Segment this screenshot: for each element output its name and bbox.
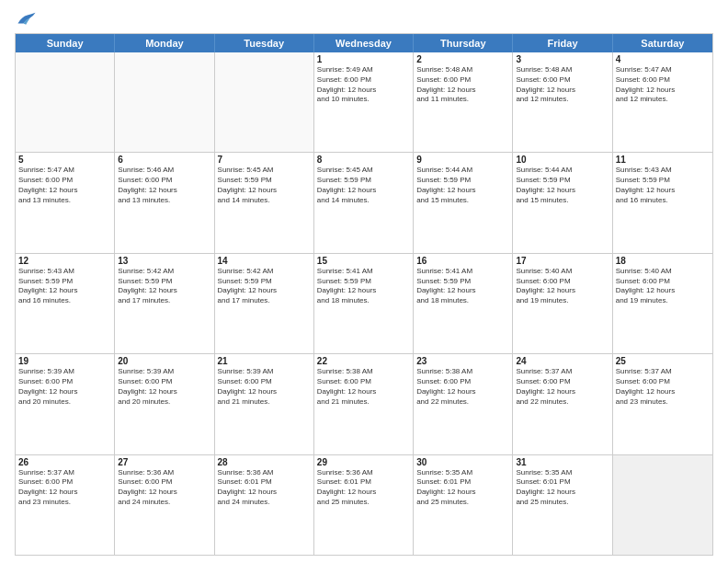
empty-cell xyxy=(613,455,712,555)
day-number: 20 xyxy=(118,356,210,366)
day-number: 29 xyxy=(317,457,410,467)
day-cell-21: 21Sunrise: 5:39 AM Sunset: 6:00 PM Dayli… xyxy=(215,354,314,454)
calendar-body: 1Sunrise: 5:49 AM Sunset: 6:00 PM Daylig… xyxy=(16,52,712,555)
calendar-header: SundayMondayTuesdayWednesdayThursdayFrid… xyxy=(16,34,712,52)
day-number: 4 xyxy=(616,54,710,64)
day-info: Sunrise: 5:37 AM Sunset: 6:00 PM Dayligh… xyxy=(616,367,710,407)
weekday-header-sunday: Sunday xyxy=(16,34,115,52)
day-number: 31 xyxy=(516,457,609,467)
day-number: 11 xyxy=(616,155,710,165)
day-cell-14: 14Sunrise: 5:42 AM Sunset: 5:59 PM Dayli… xyxy=(215,254,314,353)
day-number: 5 xyxy=(18,155,111,165)
day-number: 9 xyxy=(416,155,509,165)
day-number: 2 xyxy=(416,54,509,64)
day-info: Sunrise: 5:49 AM Sunset: 6:00 PM Dayligh… xyxy=(317,65,410,105)
day-number: 13 xyxy=(118,256,210,266)
day-info: Sunrise: 5:39 AM Sunset: 6:00 PM Dayligh… xyxy=(218,367,311,407)
day-number: 18 xyxy=(616,256,710,266)
weekday-header-wednesday: Wednesday xyxy=(314,34,414,52)
day-info: Sunrise: 5:41 AM Sunset: 5:59 PM Dayligh… xyxy=(317,267,410,306)
day-cell-25: 25Sunrise: 5:37 AM Sunset: 6:00 PM Dayli… xyxy=(613,354,712,454)
day-number: 14 xyxy=(218,256,311,266)
day-number: 12 xyxy=(18,256,111,266)
day-cell-15: 15Sunrise: 5:41 AM Sunset: 5:59 PM Dayli… xyxy=(314,254,414,353)
day-number: 28 xyxy=(218,457,311,467)
day-cell-18: 18Sunrise: 5:40 AM Sunset: 6:00 PM Dayli… xyxy=(613,254,712,353)
day-info: Sunrise: 5:44 AM Sunset: 5:59 PM Dayligh… xyxy=(416,166,509,205)
calendar-row-1: 1Sunrise: 5:49 AM Sunset: 6:00 PM Daylig… xyxy=(16,52,712,152)
day-number: 24 xyxy=(516,356,609,366)
day-info: Sunrise: 5:46 AM Sunset: 6:00 PM Dayligh… xyxy=(118,166,210,205)
day-cell-12: 12Sunrise: 5:43 AM Sunset: 5:59 PM Dayli… xyxy=(16,254,115,353)
day-cell-2: 2Sunrise: 5:48 AM Sunset: 6:00 PM Daylig… xyxy=(414,52,513,152)
day-cell-22: 22Sunrise: 5:38 AM Sunset: 6:00 PM Dayli… xyxy=(314,354,414,454)
weekday-header-monday: Monday xyxy=(115,34,214,52)
day-cell-11: 11Sunrise: 5:43 AM Sunset: 5:59 PM Dayli… xyxy=(613,153,712,252)
day-info: Sunrise: 5:36 AM Sunset: 6:01 PM Dayligh… xyxy=(218,468,311,508)
day-info: Sunrise: 5:48 AM Sunset: 6:00 PM Dayligh… xyxy=(516,65,609,105)
header xyxy=(15,11,713,28)
day-number: 1 xyxy=(317,54,410,64)
day-number: 10 xyxy=(516,155,609,165)
day-info: Sunrise: 5:36 AM Sunset: 6:00 PM Dayligh… xyxy=(118,468,210,508)
day-number: 19 xyxy=(18,356,111,366)
day-number: 6 xyxy=(118,155,210,165)
day-info: Sunrise: 5:40 AM Sunset: 6:00 PM Dayligh… xyxy=(616,267,710,306)
day-info: Sunrise: 5:42 AM Sunset: 5:59 PM Dayligh… xyxy=(118,267,210,306)
day-cell-29: 29Sunrise: 5:36 AM Sunset: 6:01 PM Dayli… xyxy=(314,455,414,555)
day-cell-5: 5Sunrise: 5:47 AM Sunset: 6:00 PM Daylig… xyxy=(16,153,115,252)
day-info: Sunrise: 5:44 AM Sunset: 5:59 PM Dayligh… xyxy=(516,166,609,205)
calendar-row-4: 19Sunrise: 5:39 AM Sunset: 6:00 PM Dayli… xyxy=(16,353,712,454)
day-cell-19: 19Sunrise: 5:39 AM Sunset: 6:00 PM Dayli… xyxy=(16,354,115,454)
day-info: Sunrise: 5:47 AM Sunset: 6:00 PM Dayligh… xyxy=(18,166,111,205)
logo-bird-icon xyxy=(17,11,37,28)
calendar: SundayMondayTuesdayWednesdayThursdayFrid… xyxy=(15,33,713,556)
day-cell-8: 8Sunrise: 5:45 AM Sunset: 5:59 PM Daylig… xyxy=(314,153,414,252)
day-info: Sunrise: 5:39 AM Sunset: 6:00 PM Dayligh… xyxy=(118,367,210,407)
day-info: Sunrise: 5:39 AM Sunset: 6:00 PM Dayligh… xyxy=(18,367,111,407)
weekday-header-saturday: Saturday xyxy=(613,34,712,52)
day-cell-31: 31Sunrise: 5:35 AM Sunset: 6:01 PM Dayli… xyxy=(513,455,612,555)
day-number: 27 xyxy=(118,457,210,467)
day-info: Sunrise: 5:42 AM Sunset: 5:59 PM Dayligh… xyxy=(218,267,311,306)
logo xyxy=(15,11,37,28)
day-number: 22 xyxy=(317,356,410,366)
day-info: Sunrise: 5:38 AM Sunset: 6:00 PM Dayligh… xyxy=(317,367,410,407)
day-cell-30: 30Sunrise: 5:35 AM Sunset: 6:01 PM Dayli… xyxy=(414,455,513,555)
day-number: 23 xyxy=(416,356,509,366)
weekday-header-friday: Friday xyxy=(513,34,612,52)
day-number: 26 xyxy=(18,457,111,467)
day-cell-23: 23Sunrise: 5:38 AM Sunset: 6:00 PM Dayli… xyxy=(414,354,513,454)
day-info: Sunrise: 5:35 AM Sunset: 6:01 PM Dayligh… xyxy=(416,468,509,508)
day-cell-1: 1Sunrise: 5:49 AM Sunset: 6:00 PM Daylig… xyxy=(314,52,414,152)
day-cell-26: 26Sunrise: 5:37 AM Sunset: 6:00 PM Dayli… xyxy=(16,455,115,555)
day-number: 3 xyxy=(516,54,609,64)
day-cell-10: 10Sunrise: 5:44 AM Sunset: 5:59 PM Dayli… xyxy=(513,153,612,252)
day-cell-27: 27Sunrise: 5:36 AM Sunset: 6:00 PM Dayli… xyxy=(115,455,214,555)
day-cell-9: 9Sunrise: 5:44 AM Sunset: 5:59 PM Daylig… xyxy=(414,153,513,252)
day-number: 21 xyxy=(218,356,311,366)
weekday-header-thursday: Thursday xyxy=(414,34,513,52)
empty-cell xyxy=(115,52,214,152)
day-info: Sunrise: 5:35 AM Sunset: 6:01 PM Dayligh… xyxy=(516,468,609,508)
day-number: 16 xyxy=(416,256,509,266)
empty-cell xyxy=(16,52,115,152)
day-number: 15 xyxy=(317,256,410,266)
day-info: Sunrise: 5:41 AM Sunset: 5:59 PM Dayligh… xyxy=(416,267,509,306)
day-cell-24: 24Sunrise: 5:37 AM Sunset: 6:00 PM Dayli… xyxy=(513,354,612,454)
day-info: Sunrise: 5:38 AM Sunset: 6:00 PM Dayligh… xyxy=(416,367,509,407)
day-number: 30 xyxy=(416,457,509,467)
weekday-header-tuesday: Tuesday xyxy=(215,34,314,52)
day-info: Sunrise: 5:43 AM Sunset: 5:59 PM Dayligh… xyxy=(18,267,111,306)
day-info: Sunrise: 5:45 AM Sunset: 5:59 PM Dayligh… xyxy=(218,166,311,205)
day-info: Sunrise: 5:40 AM Sunset: 6:00 PM Dayligh… xyxy=(516,267,609,306)
calendar-row-2: 5Sunrise: 5:47 AM Sunset: 6:00 PM Daylig… xyxy=(16,152,712,252)
day-info: Sunrise: 5:36 AM Sunset: 6:01 PM Dayligh… xyxy=(317,468,410,508)
day-number: 8 xyxy=(317,155,410,165)
empty-cell xyxy=(215,52,314,152)
day-info: Sunrise: 5:43 AM Sunset: 5:59 PM Dayligh… xyxy=(616,166,710,205)
day-cell-13: 13Sunrise: 5:42 AM Sunset: 5:59 PM Dayli… xyxy=(115,254,214,353)
calendar-row-3: 12Sunrise: 5:43 AM Sunset: 5:59 PM Dayli… xyxy=(16,253,712,353)
day-cell-16: 16Sunrise: 5:41 AM Sunset: 5:59 PM Dayli… xyxy=(414,254,513,353)
day-info: Sunrise: 5:48 AM Sunset: 6:00 PM Dayligh… xyxy=(416,65,509,105)
